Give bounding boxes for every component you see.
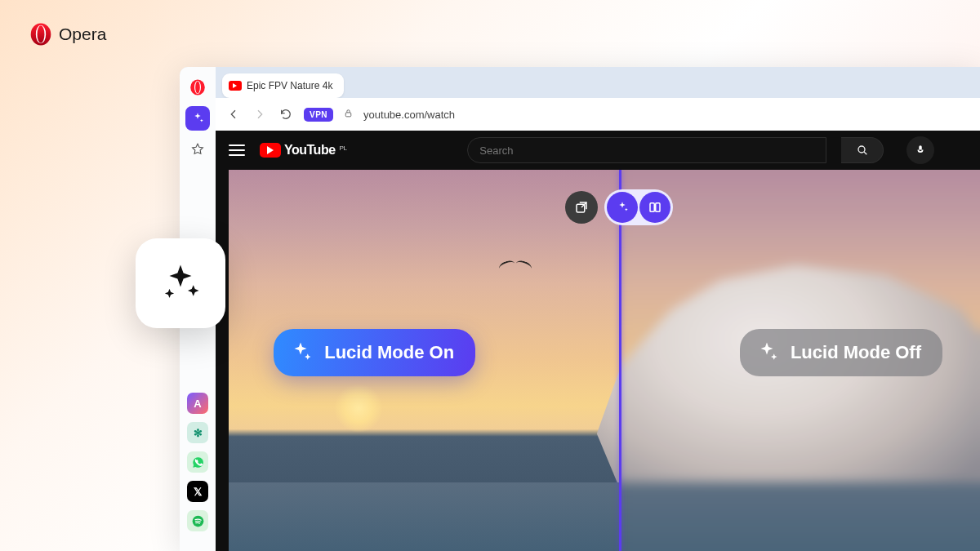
tab-strip: Epic FPV Nature 4k <box>216 67 980 98</box>
browser-window: A ✻ 𝕏 Epic FPV Nature 4k VPN youtube.com… <box>180 67 980 551</box>
youtube-play-icon <box>260 143 281 158</box>
url-text[interactable]: youtube.com/watch <box>363 109 455 121</box>
sidebar-app-chatgpt[interactable]: ✻ <box>187 422 208 443</box>
youtube-region: PL <box>340 144 347 152</box>
lucid-on-label: Lucid Mode On <box>324 342 454 363</box>
sparkle-icon <box>288 340 313 365</box>
youtube-header: YouTube PL <box>216 131 980 170</box>
lucid-off-label: Lucid Mode Off <box>791 342 921 363</box>
svg-point-8 <box>858 146 865 153</box>
svg-point-5 <box>195 81 200 93</box>
video-player[interactable]: Lucid Mode On Lucid Mode Off <box>229 170 980 551</box>
sidebar-app-spotify[interactable] <box>187 510 208 531</box>
sidebar-bookmarks-icon[interactable] <box>185 137 210 162</box>
youtube-search-button[interactable] <box>841 137 884 163</box>
lucid-mode-feature-card <box>136 238 225 328</box>
sidebar-lucid-mode-button[interactable] <box>185 106 210 131</box>
lucid-mode-on-pill[interactable]: Lucid Mode On <box>274 329 475 376</box>
youtube-logo[interactable]: YouTube PL <box>260 143 346 158</box>
popout-icon <box>574 200 589 215</box>
microphone-icon <box>915 144 926 156</box>
vpn-badge[interactable]: VPN <box>304 108 333 122</box>
tab-title: Epic FPV Nature 4k <box>247 80 332 91</box>
youtube-search-input[interactable] <box>479 144 814 157</box>
opera-brand: Opera <box>29 23 106 46</box>
lucid-mode-off-pill[interactable]: Lucid Mode Off <box>740 329 942 376</box>
nav-forward-button[interactable] <box>252 106 268 122</box>
svg-rect-10 <box>650 203 654 212</box>
svg-rect-7 <box>345 113 351 117</box>
sparkle-icon <box>158 261 203 305</box>
sparkle-icon <box>615 200 630 215</box>
svg-point-2 <box>38 25 45 42</box>
sidebar-opera-icon[interactable] <box>185 75 210 100</box>
youtube-search-box[interactable] <box>467 137 826 163</box>
youtube-logo-text: YouTube <box>284 143 336 158</box>
search-icon <box>856 144 869 157</box>
split-view-icon <box>648 200 662 215</box>
lock-icon <box>343 107 354 122</box>
nav-reload-button[interactable] <box>278 106 294 122</box>
sidebar-app-aria[interactable]: A <box>187 393 208 414</box>
address-bar: VPN youtube.com/watch <box>216 98 980 131</box>
video-overlay-controls <box>565 189 673 225</box>
hamburger-menu-icon[interactable] <box>229 144 245 156</box>
sidebar-app-x[interactable]: 𝕏 <box>187 481 208 502</box>
opera-brand-text: Opera <box>59 24 106 44</box>
lucid-sparkle-button[interactable] <box>607 192 638 223</box>
sparkle-icon <box>755 340 779 365</box>
sidebar-app-whatsapp[interactable] <box>187 451 208 473</box>
nav-back-button[interactable] <box>225 106 242 122</box>
comparison-divider[interactable] <box>619 170 621 551</box>
browser-tab[interactable]: Epic FPV Nature 4k <box>222 73 344 98</box>
opera-logo-icon <box>29 23 52 46</box>
youtube-favicon-icon <box>229 81 242 91</box>
page-content: YouTube PL <box>216 131 980 551</box>
popout-button[interactable] <box>565 191 598 224</box>
bird-icon <box>499 261 532 273</box>
lucid-compare-button[interactable] <box>639 192 670 223</box>
svg-rect-11 <box>656 203 660 212</box>
youtube-voice-search-button[interactable] <box>906 136 934 164</box>
